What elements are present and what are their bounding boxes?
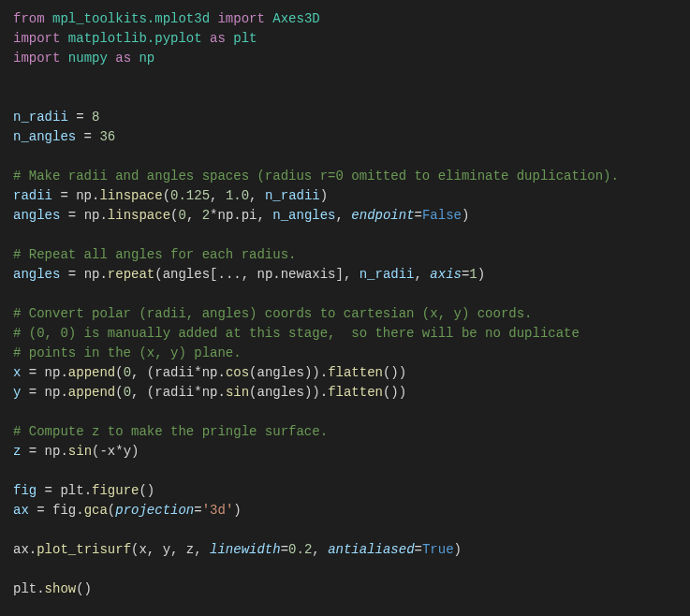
blank-line bbox=[13, 147, 677, 167]
code-line: radii = np.linspace(0.125, 1.0, n_radii) bbox=[13, 186, 677, 206]
code-line: fig = plt.figure() bbox=[13, 481, 677, 501]
blank-line bbox=[13, 68, 677, 88]
code-block: from mpl_toolkits.mplot3d import Axes3D … bbox=[13, 9, 677, 599]
code-line: n_radii = 8 bbox=[13, 108, 677, 127]
comment-line: # Make radii and angles spaces (radius r… bbox=[13, 167, 677, 186]
blank-line bbox=[13, 285, 677, 304]
comment-line: # Repeat all angles for each radius. bbox=[13, 245, 677, 265]
code-line: ax.plot_trisurf(x, y, z, linewidth=0.2, … bbox=[13, 540, 677, 560]
comment-line: # (0, 0) is manually added at this stage… bbox=[13, 324, 677, 344]
code-line: ax = fig.gca(projection='3d') bbox=[13, 501, 677, 521]
code-line: y = np.append(0, (radii*np.sin(angles)).… bbox=[13, 383, 677, 403]
blank-line bbox=[13, 88, 677, 108]
code-line: x = np.append(0, (radii*np.cos(angles)).… bbox=[13, 363, 677, 383]
blank-line bbox=[13, 403, 677, 422]
blank-line bbox=[13, 462, 677, 481]
code-line: angles = np.linspace(0, 2*np.pi, n_angle… bbox=[13, 206, 677, 226]
comment-line: # Convert polar (radii, angles) coords t… bbox=[13, 304, 677, 324]
code-line: plt.show() bbox=[13, 579, 677, 599]
code-line: import matplotlib.pyplot as plt bbox=[13, 29, 677, 49]
code-line: angles = np.repeat(angles[..., np.newaxi… bbox=[13, 265, 677, 285]
comment-line: # points in the (x, y) plane. bbox=[13, 344, 677, 363]
code-line: z = np.sin(-x*y) bbox=[13, 442, 677, 462]
blank-line bbox=[13, 521, 677, 540]
blank-line bbox=[13, 560, 677, 579]
code-line: n_angles = 36 bbox=[13, 127, 677, 147]
comment-line: # Compute z to make the pringle surface. bbox=[13, 422, 677, 442]
code-line: from mpl_toolkits.mplot3d import Axes3D bbox=[13, 9, 677, 29]
blank-line bbox=[13, 226, 677, 245]
code-line: import numpy as np bbox=[13, 49, 677, 68]
